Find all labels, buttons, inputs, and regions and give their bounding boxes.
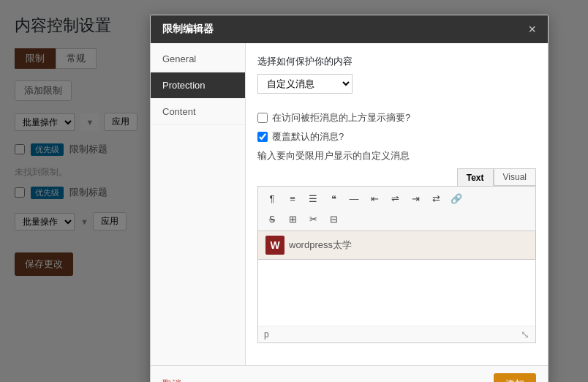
tb-table[interactable]: ⊞ xyxy=(283,210,302,228)
modal-footer: 取消 添加 xyxy=(151,365,548,382)
modal-nav: General Protection Content xyxy=(151,43,246,365)
editor-p-tag: p xyxy=(264,329,269,340)
modal-body: General Protection Content 选择如何保护你的内容 自定… xyxy=(151,43,548,365)
tb-align-justify[interactable]: ⇄ xyxy=(426,190,445,207)
checkbox-row-2: 覆盖默认的消息? xyxy=(257,130,536,143)
tb-align-right[interactable]: ⇥ xyxy=(406,190,425,207)
editor-tabs: Text Visual xyxy=(257,168,536,186)
nav-item-protection[interactable]: Protection xyxy=(151,72,245,99)
tb-list-ol[interactable]: ☰ xyxy=(304,190,323,207)
textarea-label: 输入要向受限用户显示的自定义消息 xyxy=(257,149,536,162)
checkbox-row-1: 在访问被拒消息的上方显示摘要? xyxy=(257,111,536,124)
toolbar-row-1: ¶ ≡ ☰ ❝ — ⇤ ⇌ ⇥ ⇄ 🔗 xyxy=(263,190,531,207)
modal-dialog: 限制编辑器 × General Protection Content 选择如何保… xyxy=(150,15,549,382)
wp-logo-area: W wordpress太学 xyxy=(257,231,536,259)
tb-hr[interactable]: — xyxy=(344,190,363,207)
wp-site-text: wordpress太学 xyxy=(289,239,352,252)
modal-main-content: 选择如何保护你的内容 自定义消息 在访问被拒消息的上方显示摘要? 覆盖默认的消息… xyxy=(246,43,548,365)
show-excerpt-checkbox[interactable] xyxy=(257,113,268,123)
add-modal-button[interactable]: 添加 xyxy=(494,373,536,382)
tb-align-left[interactable]: ⇤ xyxy=(365,190,384,207)
modal-close-button[interactable]: × xyxy=(528,23,536,36)
tb-link[interactable]: 🔗 xyxy=(447,190,466,207)
cancel-button[interactable]: 取消 xyxy=(162,378,181,382)
toolbar-row-2: S̶ ⊞ ✂ ⊟ xyxy=(263,210,531,228)
tb-cut[interactable]: ✂ xyxy=(304,210,323,228)
editor-resize-handle[interactable]: ⤡ xyxy=(521,329,529,340)
editor-inner[interactable] xyxy=(258,260,535,326)
tb-grid[interactable]: ⊟ xyxy=(324,210,343,228)
tb-align-center[interactable]: ⇌ xyxy=(385,190,404,207)
override-message-checkbox[interactable] xyxy=(257,132,268,142)
tb-paragraph[interactable]: ¶ xyxy=(263,190,282,207)
editor-area[interactable]: p ⤡ xyxy=(257,259,536,343)
nav-item-content[interactable]: Content xyxy=(151,99,245,125)
show-excerpt-label[interactable]: 在访问被拒消息的上方显示摘要? xyxy=(272,111,410,124)
editor-toolbar: ¶ ≡ ☰ ❝ — ⇤ ⇌ ⇥ ⇄ 🔗 S̶ ⊞ ✂ ⊟ xyxy=(257,186,536,231)
wp-logo-icon: W xyxy=(265,236,284,255)
editor-tab-text[interactable]: Text xyxy=(457,168,494,186)
editor-tab-visual[interactable]: Visual xyxy=(494,168,536,186)
editor-footer: p ⤡ xyxy=(258,326,535,342)
tb-list-ul[interactable]: ≡ xyxy=(283,190,302,207)
tb-blockquote[interactable]: ❝ xyxy=(324,190,343,207)
modal-header: 限制编辑器 × xyxy=(151,15,548,43)
select-label: 选择如何保护你的内容 xyxy=(257,55,536,68)
nav-item-general[interactable]: General xyxy=(151,46,245,72)
tb-strikethrough[interactable]: S̶ xyxy=(263,210,282,228)
protection-type-select[interactable]: 自定义消息 xyxy=(257,74,353,94)
override-message-label[interactable]: 覆盖默认的消息? xyxy=(272,130,344,143)
modal-title: 限制编辑器 xyxy=(162,23,214,36)
